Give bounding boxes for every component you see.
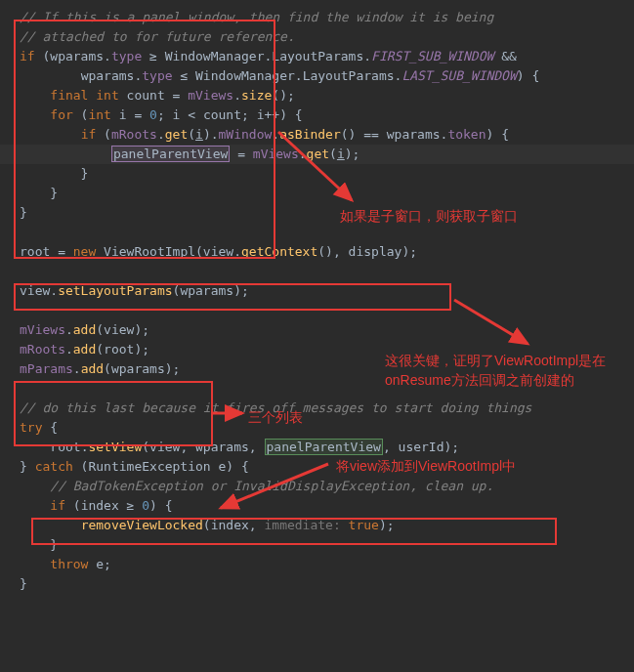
variable-panelparentview: panelParentView xyxy=(265,439,383,455)
code-line: } xyxy=(0,164,634,184)
code-line: root.setView(view, wparams, panelParentV… xyxy=(0,438,634,457)
code-line: mParams.add(wparams); xyxy=(0,359,634,379)
code-line: if (wparams.type ≥ WindowManager.LayoutP… xyxy=(0,47,634,66)
comment: // do this last because it fires off mes… xyxy=(20,400,531,415)
code-line: root = new ViewRootImpl(view.getContext(… xyxy=(0,242,634,262)
code-line: if (mRoots.get(i).mWindow.asBinder() == … xyxy=(0,125,634,145)
code-line: mViews.add(view); xyxy=(0,320,634,340)
code-line: for (int i = 0; i < count; i++) { xyxy=(0,105,634,125)
code-line xyxy=(0,223,634,242)
code-line: // If this is a panel window, then find … xyxy=(0,8,634,27)
keyword-if: if xyxy=(20,49,35,63)
code-line: } xyxy=(0,535,634,555)
code-line: throw e; xyxy=(0,555,634,574)
code-line: mRoots.add(root); xyxy=(0,340,634,359)
code-line: // BadTokenException or InvalidDisplayEx… xyxy=(0,477,634,496)
comment: // BadTokenException or InvalidDisplayEx… xyxy=(50,479,493,493)
code-line: try { xyxy=(0,418,634,438)
code-line: removeViewLocked(index, immediate: true)… xyxy=(0,516,634,535)
code-line: final int count = mViews.size(); xyxy=(0,86,634,105)
code-line: } xyxy=(0,203,634,223)
comment: // If this is a panel window, then find … xyxy=(20,10,493,24)
code-line: } xyxy=(0,184,634,203)
comment: // attached to for future reference. xyxy=(20,29,295,44)
code-line: } catch (RuntimeException e) { xyxy=(0,457,634,477)
code-line: panelParentView = mViews.get(i); xyxy=(0,145,634,164)
code-line: view.setLayoutParams(wparams); xyxy=(0,281,634,301)
variable-panelparentview: panelParentView xyxy=(111,146,230,162)
code-editor[interactable]: // If this is a panel window, then find … xyxy=(0,8,634,594)
code-line xyxy=(0,262,634,281)
code-line xyxy=(0,379,634,399)
code-line: } xyxy=(0,574,634,594)
code-line: wparams.type ≤ WindowManager.LayoutParam… xyxy=(0,66,634,86)
parameter-hint: immediate: xyxy=(264,518,340,532)
code-line xyxy=(0,301,634,320)
code-line: if (index ≥ 0) { xyxy=(0,496,634,516)
code-line: // do this last because it fires off mes… xyxy=(0,399,634,418)
code-line: // attached to for future reference. xyxy=(0,27,634,47)
